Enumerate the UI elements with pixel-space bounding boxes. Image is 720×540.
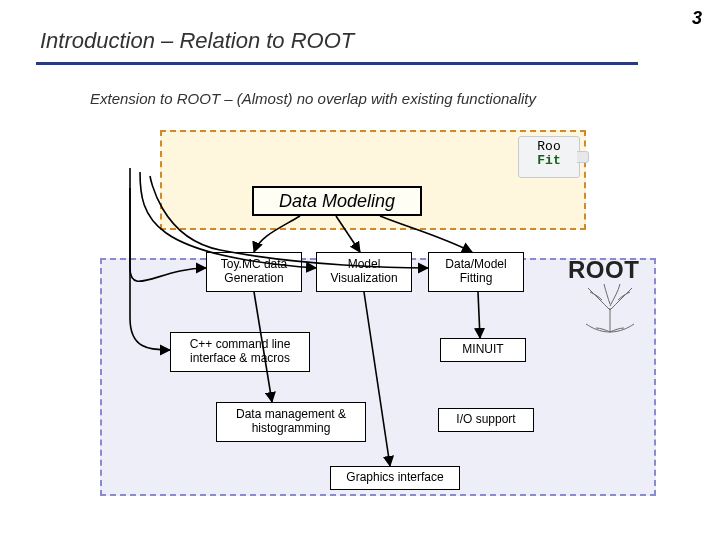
box-toymc-l2: Generation [224,272,283,286]
box-cli-l1: C++ command line [190,338,291,352]
box-iosupport: I/O support [438,408,534,432]
box-toymc-l1: Toy.MC data [221,258,287,272]
box-datamgmt: Data management & histogramming [216,402,366,442]
box-modelvis-l2: Visualization [330,272,397,286]
box-minuit: MINUIT [440,338,526,362]
title-underline [36,62,638,65]
page-title: Introduction – Relation to ROOT [40,28,354,54]
region-root [100,258,656,496]
page-number: 3 [692,8,702,29]
box-gfx: Graphics interface [330,466,460,490]
root-logo-text: ROOT [568,256,639,283]
box-modelvis: Model Visualization [316,252,412,292]
puzzle-nub-icon [577,151,589,163]
box-toymc: Toy.MC data Generation [206,252,302,292]
box-cli: C++ command line interface & macros [170,332,310,372]
root-tree-icon [578,282,642,334]
box-fitting: Data/Model Fitting [428,252,524,292]
box-fitting-l1: Data/Model [445,258,506,272]
root-logo: ROOT [568,256,639,284]
roofit-line1: Roo [537,139,560,154]
box-datamgmt-l2: histogramming [252,422,331,436]
box-fitting-l2: Fitting [460,272,493,286]
box-datamgmt-l1: Data management & [236,408,346,422]
box-data-modeling: Data Modeling [252,186,422,216]
box-cli-l2: interface & macros [190,352,290,366]
diagram: Roo Fit ROOT [100,128,660,518]
subtitle: Extension to ROOT – (Almost) no overlap … [90,90,536,107]
roofit-badge: Roo Fit [518,136,580,178]
roofit-line2: Fit [537,153,560,168]
box-modelvis-l1: Model [348,258,381,272]
